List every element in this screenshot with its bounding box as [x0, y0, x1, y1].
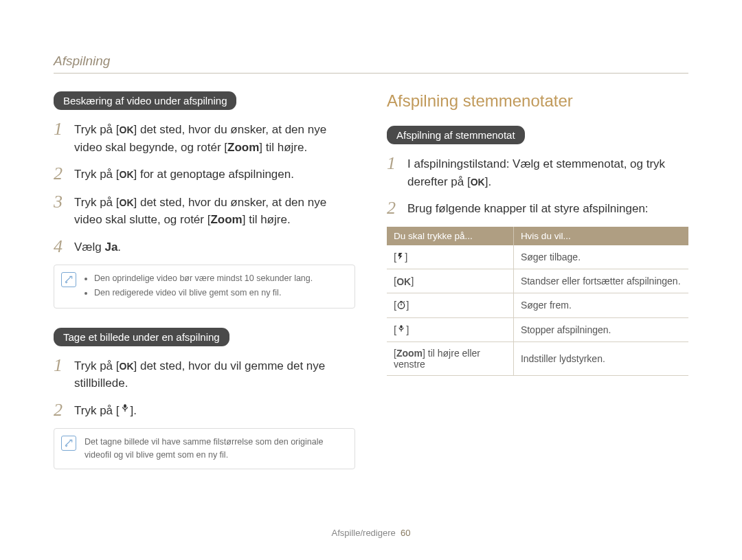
- note-icon: [61, 272, 76, 287]
- table-header-action: Hvis du vil...: [513, 227, 688, 245]
- step-number: 3: [54, 192, 66, 212]
- ok-icon: OK: [120, 359, 134, 374]
- zoom-label: Zoom: [210, 213, 242, 226]
- step-number: 1: [54, 120, 66, 139]
- text: ].: [131, 404, 137, 417]
- timer-icon: [396, 300, 406, 312]
- step-text: Tryk på [OK] for at genoptage afspilning…: [74, 164, 294, 183]
- step-text: Tryk på [OK] det sted, hvor du ønsker, a…: [74, 120, 355, 156]
- page-footer: Afspille/redigere 60: [0, 528, 742, 538]
- cell-desc: Søger frem.: [513, 293, 688, 318]
- text: ] til højre.: [243, 213, 291, 226]
- table-row: [OK] Standser eller fortsætter afspilnin…: [387, 269, 688, 293]
- ok-icon: OK: [120, 196, 134, 210]
- footer-section: Afspille/redigere: [332, 528, 396, 538]
- step-1: 1 Tryk på [OK] det sted, hvor du vil gem…: [54, 356, 355, 392]
- cell-desc: Søger tilbage.: [513, 245, 688, 269]
- content-columns: Beskæring af video under afspilning 1 Tr…: [54, 91, 688, 489]
- macro-icon: [396, 324, 406, 336]
- cell-key: []: [387, 245, 513, 269]
- table-row: [] Søger tilbage.: [387, 245, 688, 269]
- text: ] til højre.: [259, 141, 307, 154]
- step-text: Tryk på [OK] det sted, hvor du vil gemme…: [74, 356, 355, 392]
- table-row: [Zoom] til højre eller venstre Indstille…: [387, 342, 688, 376]
- ok-icon: OK: [120, 123, 134, 137]
- step-1: 1 I afspilningstilstand: Vælg et stemmen…: [387, 154, 688, 190]
- note-icon: [61, 436, 76, 451]
- zoom-label: Zoom: [396, 348, 423, 359]
- macro-icon: [120, 402, 131, 420]
- page-number: 60: [401, 528, 410, 538]
- step-3: 3 Tryk på [OK] det sted, hvor du ønsker,…: [54, 192, 355, 229]
- pill-trim-video: Beskæring af video under afspilning: [54, 91, 236, 110]
- step-text: Tryk på [OK] det sted, hvor du ønsker, a…: [74, 192, 355, 229]
- step-text: I afspilningstilstand: Vælg et stemmenot…: [407, 154, 688, 190]
- ok-icon: OK: [120, 168, 134, 182]
- section-title: Afspilning stemmenotater: [387, 91, 688, 111]
- cell-desc: Standser eller fortsætter afspilningen.: [513, 269, 688, 293]
- cell-desc: Indstiller lydstyrken.: [513, 342, 688, 376]
- table-header-key: Du skal trykke på...: [387, 227, 513, 245]
- note-text: Det tagne billede vil have samme filstør…: [85, 437, 323, 460]
- step-1: 1 Tryk på [OK] det sted, hvor du ønsker,…: [54, 120, 355, 156]
- cell-key: [Zoom] til højre eller venstre: [387, 342, 513, 376]
- step-2: 2 Brug følgende knapper til at styre afs…: [387, 199, 688, 219]
- step-2: 2 Tryk på [].: [54, 401, 355, 421]
- step-number: 2: [387, 199, 399, 219]
- text: .: [117, 240, 121, 254]
- flash-icon: [396, 251, 405, 263]
- step-number: 1: [387, 154, 399, 174]
- step-number: 4: [54, 237, 66, 257]
- right-column: Afspilning stemmenotater Afspilning af s…: [387, 91, 688, 489]
- page-header: Afspilning: [54, 54, 688, 74]
- table-row: [] Stopper afspilningen.: [387, 317, 688, 342]
- text: ] for at genoptage afspilningen.: [134, 168, 294, 181]
- cell-key: []: [387, 293, 513, 318]
- controls-table: Du skal trykke på... Hvis du vil... [] S…: [387, 227, 688, 377]
- text: Tryk på [: [74, 168, 120, 181]
- pill-voice-memo: Afspilning af stemmenotat: [387, 126, 525, 144]
- text: Tryk på [: [74, 359, 120, 372]
- step-text: Brug følgende knapper til at styre afspi…: [407, 199, 649, 218]
- left-column: Beskæring af video under afspilning 1 Tr…: [54, 91, 355, 489]
- note-box: Det tagne billede vil have samme filstør…: [54, 428, 355, 469]
- pill-capture-image: Tage et billede under en afspilning: [54, 328, 229, 346]
- step-number: 2: [54, 164, 66, 184]
- zoom-label: Zoom: [227, 141, 259, 154]
- step-text: Vælg Ja.: [74, 237, 121, 256]
- step-2: 2 Tryk på [OK] for at genoptage afspilni…: [54, 164, 355, 184]
- note-box: Den oprindelige video bør være mindst 10…: [54, 265, 355, 309]
- text: Tryk på [: [74, 404, 120, 417]
- note-item: Den oprindelige video bør være mindst 10…: [94, 272, 346, 285]
- text: ].: [485, 175, 491, 188]
- step-number: 1: [54, 356, 66, 376]
- text: Tryk på [: [74, 123, 120, 136]
- note-item: Den redigerede video vil blive gemt som …: [94, 287, 346, 300]
- text: Vælg: [74, 240, 104, 254]
- ok-icon: OK: [471, 175, 485, 190]
- cell-key: []: [387, 317, 513, 342]
- ja-label: Ja: [104, 240, 117, 254]
- step-4: 4 Vælg Ja.: [54, 237, 355, 257]
- cell-desc: Stopper afspilningen.: [513, 317, 688, 342]
- text: Tryk på [: [74, 196, 120, 209]
- step-number: 2: [54, 401, 66, 421]
- ok-icon: OK: [396, 276, 411, 287]
- cell-key: [OK]: [387, 269, 513, 293]
- table-row: [] Søger frem.: [387, 293, 688, 318]
- step-text: Tryk på [].: [74, 401, 137, 420]
- text: I afspilningstilstand: Vælg et stemmenot…: [407, 157, 665, 188]
